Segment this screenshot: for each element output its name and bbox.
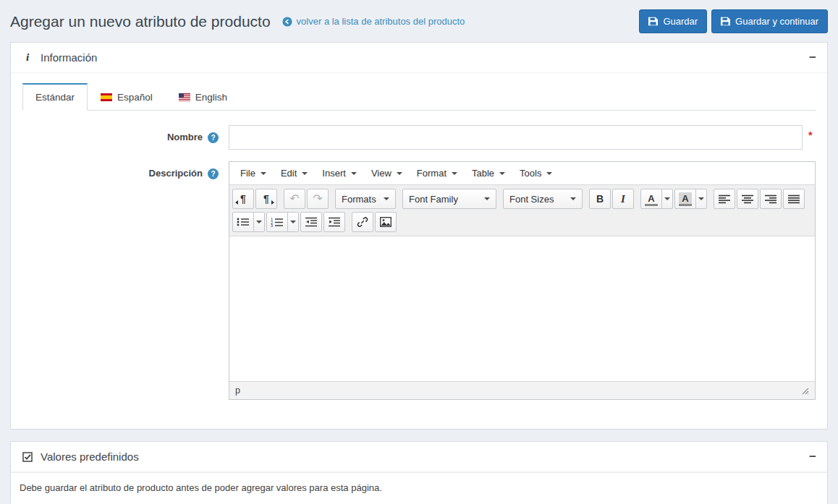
bold-button[interactable]: B bbox=[589, 189, 611, 209]
image-icon bbox=[380, 217, 392, 227]
background-color-button[interactable]: A bbox=[674, 189, 696, 209]
caret-down-icon bbox=[397, 172, 402, 175]
nombre-input[interactable] bbox=[229, 125, 803, 150]
bullet-list-caret-button[interactable] bbox=[253, 212, 265, 232]
info-panel-collapse-button[interactable]: − bbox=[809, 51, 816, 64]
editor-content-area[interactable] bbox=[229, 236, 815, 381]
help-icon[interactable]: ? bbox=[208, 168, 219, 179]
caret-down-icon bbox=[384, 197, 389, 200]
undo-button[interactable]: ↶ bbox=[284, 189, 305, 209]
caret-down-icon bbox=[698, 197, 704, 200]
values-panel-title: Valores predefinidos bbox=[41, 450, 139, 463]
help-icon[interactable]: ? bbox=[208, 132, 219, 143]
info-panel-body: Estándar Español English bbox=[11, 83, 827, 429]
menu-item-table-label: Table bbox=[472, 168, 494, 179]
caret-down-icon bbox=[452, 172, 457, 175]
descripcion-label-cell: Descripción ? bbox=[22, 161, 229, 400]
insert-image-button[interactable] bbox=[375, 212, 397, 232]
italic-button[interactable]: I bbox=[612, 189, 634, 209]
nombre-label-cell: Nombre ? bbox=[22, 125, 229, 150]
save-button[interactable]: Guardar bbox=[639, 9, 707, 33]
font-sizes-dropdown[interactable]: Font Sizes bbox=[503, 189, 583, 209]
info-icon: i bbox=[22, 51, 33, 64]
undo-icon: ↶ bbox=[289, 193, 299, 205]
save-continue-button[interactable]: Guardar y continuar bbox=[711, 9, 828, 33]
attribute-form: Nombre ? * Descripción ? bbox=[11, 111, 827, 429]
numbered-list-icon: 123 bbox=[271, 217, 284, 227]
tab-espanol[interactable]: Español bbox=[88, 83, 166, 111]
caret-down-icon bbox=[351, 172, 357, 175]
page: Agregar un nuevo atributo de producto vo… bbox=[0, 0, 838, 504]
menu-item-file[interactable]: File bbox=[233, 162, 274, 184]
caret-down-icon bbox=[499, 172, 505, 175]
arrow-right-icon bbox=[271, 200, 274, 205]
menu-item-insert[interactable]: Insert bbox=[315, 162, 364, 184]
align-left-icon bbox=[719, 195, 730, 204]
values-panel: Valores predefinidos − Debe guardar el a… bbox=[10, 441, 828, 504]
editor-statusbar: p bbox=[229, 381, 815, 399]
resize-grip-icon[interactable] bbox=[800, 386, 809, 395]
indent-button[interactable] bbox=[323, 212, 345, 232]
text-color-icon: A bbox=[645, 192, 657, 206]
menu-item-view-label: View bbox=[371, 168, 392, 179]
menu-item-insert-label: Insert bbox=[322, 168, 346, 179]
align-right-button[interactable] bbox=[760, 189, 782, 209]
formats-dropdown[interactable]: Formats bbox=[335, 189, 396, 209]
info-panel-title: Información bbox=[41, 51, 97, 64]
insert-link-button[interactable] bbox=[352, 212, 373, 232]
font-sizes-dropdown-label: Font Sizes bbox=[509, 194, 554, 205]
redo-button[interactable]: ↷ bbox=[307, 189, 329, 209]
paragraph-ltr-button[interactable]: ¶ bbox=[232, 189, 254, 209]
outdent-icon bbox=[305, 217, 317, 227]
caret-down-icon bbox=[664, 197, 670, 200]
element-path[interactable]: p bbox=[235, 385, 240, 396]
numbered-list-button[interactable]: 123 bbox=[266, 212, 288, 232]
save-floppy-icon bbox=[648, 17, 658, 26]
rich-text-editor: File Edit Insert View Format Table Tools bbox=[229, 161, 816, 400]
info-panel: i Información − Estándar Español bbox=[10, 42, 828, 430]
descripcion-control-cell: File Edit Insert View Format Table Tools bbox=[229, 161, 816, 400]
editor-toolbars: ¶ ¶ ↶ ↷ Formats bbox=[229, 184, 815, 236]
values-panel-collapse-button[interactable]: − bbox=[809, 450, 816, 463]
indent-icon bbox=[329, 217, 340, 227]
info-panel-header: i Información − bbox=[11, 43, 827, 73]
link-icon bbox=[357, 216, 368, 228]
descripcion-label: Descripción bbox=[149, 168, 203, 179]
font-family-dropdown[interactable]: Font Family bbox=[402, 189, 496, 209]
menu-item-format-label: Format bbox=[417, 168, 446, 179]
bullet-list-button[interactable] bbox=[232, 212, 254, 232]
back-link-label: volver a la lista de atributos del produ… bbox=[297, 16, 465, 27]
caret-down-icon bbox=[302, 172, 308, 175]
nombre-control-cell: * bbox=[229, 125, 816, 150]
us-flag-icon bbox=[179, 93, 190, 101]
align-justify-icon bbox=[788, 195, 800, 204]
align-justify-button[interactable] bbox=[783, 189, 805, 209]
align-left-button[interactable] bbox=[714, 189, 735, 209]
nombre-label: Nombre bbox=[167, 132, 203, 142]
menu-item-edit[interactable]: Edit bbox=[274, 162, 315, 184]
menu-item-tools[interactable]: Tools bbox=[512, 162, 559, 184]
menu-item-view[interactable]: View bbox=[364, 162, 410, 184]
editor-menubar: File Edit Insert View Format Table Tools bbox=[229, 162, 815, 184]
align-right-icon bbox=[765, 195, 776, 204]
numbered-list-caret-button[interactable] bbox=[287, 212, 299, 232]
text-color-caret-button[interactable] bbox=[661, 189, 673, 209]
tab-espanol-label: Español bbox=[117, 92, 153, 103]
svg-text:3: 3 bbox=[271, 223, 273, 227]
tab-estandar[interactable]: Estándar bbox=[22, 83, 88, 111]
tab-english[interactable]: English bbox=[166, 83, 240, 111]
caret-down-icon bbox=[290, 221, 296, 223]
paragraph-rtl-button[interactable]: ¶ bbox=[255, 189, 277, 209]
background-color-caret-button[interactable] bbox=[695, 189, 707, 209]
menu-item-tools-label: Tools bbox=[520, 168, 541, 179]
tab-estandar-label: Estándar bbox=[35, 92, 75, 103]
align-center-button[interactable] bbox=[737, 189, 758, 209]
descripcion-row: Descripción ? File Edit Insert View Form… bbox=[22, 161, 816, 400]
pilcrow-ltr-icon: ¶ bbox=[240, 193, 246, 205]
text-color-button[interactable]: A bbox=[640, 189, 662, 209]
menu-item-table[interactable]: Table bbox=[465, 162, 512, 184]
menu-item-format[interactable]: Format bbox=[410, 162, 465, 184]
back-link[interactable]: volver a la lista de atributos del produ… bbox=[282, 16, 465, 27]
outdent-button[interactable] bbox=[300, 212, 322, 232]
page-header: Agregar un nuevo atributo de producto vo… bbox=[0, 0, 838, 42]
